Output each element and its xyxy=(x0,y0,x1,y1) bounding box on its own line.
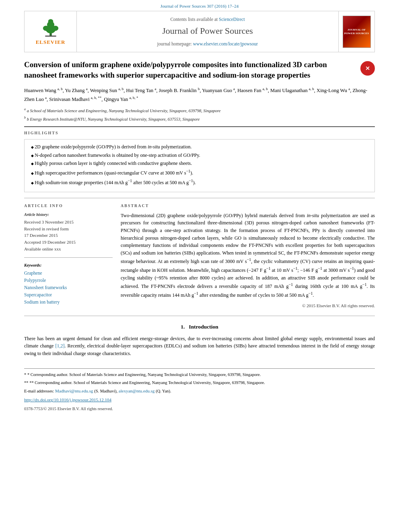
authors-line: Huanwen Wang a, b, Yu Zhang a, Wenping S… xyxy=(24,86,375,104)
divider-thin-1 xyxy=(24,198,375,198)
journal-title: Journal of Power Sources xyxy=(162,25,253,37)
doi-link[interactable]: http://dx.doi.org/10.1016/j.jpowsour.201… xyxy=(24,397,111,402)
keywords-label: Keywords: xyxy=(24,263,113,268)
article-content: ✕ Conversion of uniform graphene oxide/p… xyxy=(0,52,399,420)
homepage-url[interactable]: www.elsevier.com/locate/jpowsour xyxy=(193,41,258,46)
footnote-star: * * Corresponding author. School of Mate… xyxy=(24,372,375,378)
email-madhavi[interactable]: Madhavi@ntu.edu.sg xyxy=(55,388,94,393)
footnote-double-star: ** ** Corresponding author. School of Ma… xyxy=(24,380,375,386)
journal-cover-text: JOURNAL OF POWER SOURCES xyxy=(343,27,370,36)
elsevier-logo: ELSEVIER xyxy=(36,17,66,46)
email-yan[interactable]: alexyan@ntu.edu.sg xyxy=(119,388,156,393)
keyword-nanosheet: Nanosheet frameworks xyxy=(24,284,113,291)
affiliation-b: b b Energy Research Institute@NTU, Nanya… xyxy=(24,115,375,122)
highlights-header: HIGHLIGHTS xyxy=(24,130,375,136)
intro-text: There has been an urgent demand for clea… xyxy=(24,335,375,357)
doi-line: http://dx.doi.org/10.1016/j.jpowsour.201… xyxy=(24,396,375,403)
svg-rect-6 xyxy=(45,36,56,37)
highlight-item-3: Highly porous carbon layer is tightly co… xyxy=(31,160,368,167)
highlights-box: 2D graphene oxide/polypyrrole (GO/PPy) i… xyxy=(24,139,375,192)
info-divider xyxy=(24,257,113,258)
journal-reference: Journal of Power Sources 307 (2016) 17–2… xyxy=(0,0,399,11)
abstract-text: Two-dimensional (2D) graphene oxide/poly… xyxy=(121,212,375,299)
copyright-line: © 2015 Elsevier B.V. All rights reserved… xyxy=(121,303,375,309)
article-info-header: ARTICLE INFO xyxy=(24,203,113,209)
highlight-item-5: High sodium-ion storage properties (144 … xyxy=(31,178,368,186)
sciencedirect-link[interactable]: ScienceDirect xyxy=(219,17,245,22)
issn-line: 0378-7753/© 2015 Elsevier B.V. All right… xyxy=(24,406,375,412)
footer-section: * * Corresponding author. School of Mate… xyxy=(24,368,375,412)
highlight-item-2: N-doped carbon nanosheet frameworks is o… xyxy=(31,152,368,159)
keyword-supercapacitor: Supercapacitor xyxy=(24,292,113,298)
homepage-line: journal homepage: www.elsevier.com/locat… xyxy=(157,41,258,47)
highlight-item-1: 2D graphene oxide/polypyrrole (GO/PPy) i… xyxy=(31,144,368,150)
keyword-polypyrrole: Polypyrrole xyxy=(24,277,113,283)
sciencedirect-line: Contents lists available at ScienceDirec… xyxy=(170,16,245,23)
abstract-header: ABSTRACT xyxy=(121,203,375,209)
article-title: Conversion of uniform graphene oxide/pol… xyxy=(24,60,375,80)
received-date: Received 3 November 2015 xyxy=(24,219,113,225)
elsevier-text: ELSEVIER xyxy=(36,39,66,46)
introduction-section: 1. Introduction There has been an urgent… xyxy=(24,323,375,357)
svg-point-3 xyxy=(48,19,53,24)
accepted-date: Accepted 19 December 2015 xyxy=(24,239,113,245)
article-info-column: ARTICLE INFO Article history: Received 3… xyxy=(24,203,113,309)
crossmark-badge: ✕ xyxy=(360,61,375,76)
elsevier-logo-section: ELSEVIER xyxy=(25,11,77,52)
crossmark-icon: ✕ xyxy=(360,61,375,76)
ref-1-2: [1,2] xyxy=(56,343,65,349)
keyword-sodium: Sodium ion battery xyxy=(24,299,113,305)
keyword-graphene: Graphene xyxy=(24,270,113,276)
article-history: Article history: Received 3 November 201… xyxy=(24,212,113,253)
journal-header-center: Contents lists available at ScienceDirec… xyxy=(77,11,338,52)
svg-point-5 xyxy=(52,26,58,31)
info-abstract-section: ARTICLE INFO Article history: Received 3… xyxy=(24,203,375,309)
abstract-column: ABSTRACT Two-dimensional (2D) graphene o… xyxy=(121,203,375,309)
email-line: E-mail addresses: Madhavi@ntu.edu.sg (S.… xyxy=(24,388,375,394)
journal-cover-image: JOURNAL OF POWER SOURCES xyxy=(343,16,371,48)
revised-date: Received in revised form17 December 2015 xyxy=(24,226,113,238)
highlight-item-4: High supercapacitive performances (quasi… xyxy=(31,168,368,177)
page: Journal of Power Sources 307 (2016) 17–2… xyxy=(0,0,399,532)
available-date: Available online xxx xyxy=(24,246,113,252)
journal-header: ELSEVIER Contents lists available at Sci… xyxy=(24,11,375,52)
elsevier-tree-icon xyxy=(37,17,65,37)
affiliation-a: a a School of Materials Science and Engi… xyxy=(24,107,375,114)
journal-ref-text: Journal of Power Sources 307 (2016) 17–2… xyxy=(160,4,239,8)
intro-heading: 1. Introduction xyxy=(24,323,375,331)
divider-thick xyxy=(24,126,375,127)
history-label: Article history: xyxy=(24,212,113,218)
svg-point-4 xyxy=(43,26,49,31)
divider-thin-2 xyxy=(24,316,375,316)
journal-cover-section: JOURNAL OF POWER SOURCES xyxy=(338,11,374,52)
